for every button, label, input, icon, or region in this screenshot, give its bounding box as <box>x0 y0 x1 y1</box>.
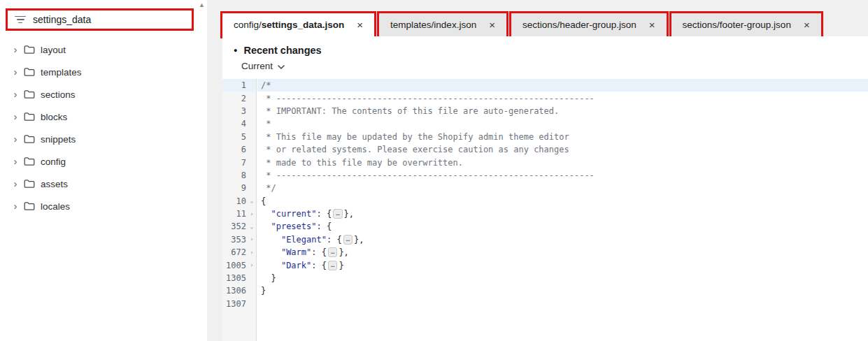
code-lines: /* * -----------------------------------… <box>257 79 868 341</box>
comment-text: * made to this file may be overwritten. <box>261 158 463 168</box>
json-punctuation <box>261 235 281 245</box>
line-number: 6 <box>222 145 248 154</box>
json-punctuation: }, <box>339 247 348 257</box>
comment-text: * <box>261 119 271 129</box>
gutter-row-8: 8 <box>222 169 256 182</box>
json-punctuation: } <box>261 273 276 283</box>
tree-folder-config[interactable]: › config <box>0 150 207 173</box>
tree-folder-assets[interactable]: › assets <box>0 173 207 195</box>
folder-label: assets <box>41 179 68 189</box>
tab-index.json[interactable]: templates/index.json × <box>379 13 506 36</box>
json-punctuation: : { <box>311 261 327 270</box>
folder-icon <box>24 89 35 99</box>
close-icon[interactable]: × <box>357 20 363 30</box>
line-number: 4 <box>222 119 248 129</box>
fold-down-icon[interactable]: ⌄ <box>248 224 256 230</box>
gutter-row-6: 6 <box>222 143 256 156</box>
line-number: 9 <box>222 183 248 193</box>
fold-down-icon[interactable]: ⌄ <box>248 198 256 204</box>
json-key: "Dark" <box>281 261 311 270</box>
chevron-right-icon[interactable]: › <box>8 201 22 211</box>
folder-label: layout <box>41 45 66 55</box>
gutter-row-5: 5 <box>222 131 256 143</box>
tab-path-prefix: sections/ <box>522 20 560 30</box>
folder-icon <box>24 157 35 166</box>
collapsed-region-chip[interactable]: … <box>333 209 342 219</box>
chevron-right-icon[interactable]: › <box>8 133 22 144</box>
tree-folder-blocks[interactable]: › blocks <box>0 106 207 128</box>
line-number: 8 <box>222 170 248 180</box>
chevron-right-icon[interactable]: › <box>8 178 22 189</box>
comment-text: * --------------------------------------… <box>261 94 595 103</box>
json-punctuation: : { <box>327 235 342 245</box>
close-icon[interactable]: × <box>649 20 655 30</box>
json-punctuation: } <box>261 286 266 296</box>
json-punctuation: : { <box>311 247 327 257</box>
version-selector[interactable]: Current <box>222 56 285 71</box>
json-key: "presets" <box>271 222 316 231</box>
code-row-11: "current": {…}, <box>257 208 868 220</box>
json-punctuation: }, <box>354 235 364 245</box>
folder-label: sections <box>41 89 76 100</box>
folder-icon <box>24 201 35 211</box>
line-number: 5 <box>222 132 248 142</box>
tree-folder-snippets[interactable]: › snippets <box>0 128 207 150</box>
tab-path-prefix: config/ <box>234 20 262 30</box>
version-selector-label: Current <box>241 61 273 71</box>
gutter-row-1307: 1307 <box>222 298 256 310</box>
json-punctuation: : { <box>316 209 332 219</box>
code-row-1305: } <box>257 272 868 284</box>
gutter-row-1005: 1005› <box>222 259 256 271</box>
json-punctuation: }, <box>344 209 354 219</box>
comment-text: * IMPORTANT: The contents of this file a… <box>261 106 559 116</box>
line-number: 1305 <box>222 273 248 283</box>
folder-label: snippets <box>41 134 76 145</box>
folder-label: config <box>41 157 66 167</box>
code-row-3: * IMPORTANT: The contents of this file a… <box>257 105 868 117</box>
chevron-right-icon[interactable]: › <box>8 156 22 166</box>
tree-folder-locales[interactable]: › locales <box>0 195 207 217</box>
fold-right-icon[interactable]: › <box>248 211 256 217</box>
file-filter-value: settings_data <box>33 14 91 25</box>
gutter-row-11: 11› <box>222 208 256 220</box>
close-icon[interactable]: × <box>489 20 495 30</box>
collapsed-region-chip[interactable]: … <box>343 235 353 245</box>
file-filter-input[interactable]: settings_data <box>8 10 192 29</box>
collapsed-region-chip[interactable]: … <box>328 247 337 257</box>
line-number: 672 <box>222 247 248 257</box>
chevron-right-icon[interactable]: › <box>8 89 22 99</box>
code-row-5: * This file may be updated by the Shopif… <box>257 131 868 143</box>
tab-header-group.json[interactable]: sections/header-group.json × <box>511 13 667 36</box>
gutter-row-4: 4 <box>222 117 256 130</box>
chevron-right-icon[interactable]: › <box>8 66 22 77</box>
code-row-6: * or related systems. Please exercise ca… <box>257 143 868 156</box>
fold-right-icon[interactable]: › <box>248 236 256 242</box>
code-row-1: /* <box>257 79 868 92</box>
folder-label: blocks <box>41 112 67 122</box>
fold-right-icon[interactable]: › <box>248 262 256 268</box>
collapsed-region-chip[interactable]: … <box>328 261 337 270</box>
folder-label: templates <box>41 67 82 78</box>
chevron-right-icon[interactable]: › <box>8 111 22 122</box>
gutter-row-353: 353› <box>222 233 256 246</box>
fold-right-icon[interactable]: › <box>248 249 256 256</box>
line-number: 2 <box>222 94 248 103</box>
tree-folder-templates[interactable]: › templates <box>0 61 207 83</box>
json-punctuation: : { <box>316 222 332 231</box>
code-row-1307 <box>257 298 868 310</box>
gutter-row-672: 672› <box>222 246 256 259</box>
code-editor[interactable]: 12345678910⌄11›352⌄353›672›1005›13051306… <box>222 79 868 341</box>
file-sidebar: settings_data › layout › templates › sec… <box>0 0 207 341</box>
chevron-right-icon[interactable]: › <box>8 44 22 55</box>
comment-text: * This file may be updated by the Shopif… <box>261 132 569 142</box>
scroll-up-icon[interactable]: ▲ <box>199 1 205 8</box>
tab-settings_data.json[interactable]: config/settings_data.json × <box>222 13 374 36</box>
tree-folder-layout[interactable]: › layout <box>0 38 207 61</box>
tree-folder-sections[interactable]: › sections <box>0 83 207 106</box>
tab-file-name: settings_data.json <box>262 20 345 30</box>
folder-icon <box>24 67 35 77</box>
tab-path-prefix: sections/ <box>683 20 720 30</box>
tab-footer-group.json[interactable]: sections/footer-group.json × <box>671 13 821 36</box>
close-icon[interactable]: × <box>804 20 810 30</box>
folder-icon <box>24 45 35 55</box>
